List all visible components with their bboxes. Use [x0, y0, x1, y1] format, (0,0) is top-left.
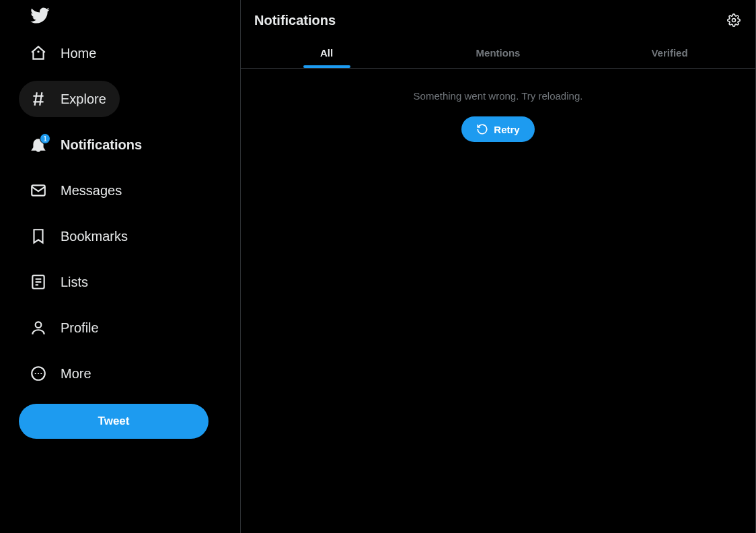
- notifications-icon: 1: [30, 136, 47, 153]
- sidebar-item-bookmarks[interactable]: Bookmarks: [19, 218, 141, 254]
- sidebar-item-lists[interactable]: Lists: [19, 264, 102, 300]
- sidebar-item-label: Home: [61, 46, 96, 61]
- sidebar-item-notifications[interactable]: 1Notifications: [19, 127, 155, 163]
- sidebar: HomeExplore1NotificationsMessagesBookmar…: [0, 0, 241, 533]
- main-content: Notifications AllMentionsVerified Someth…: [241, 0, 756, 533]
- sidebar-item-label: Bookmarks: [61, 229, 128, 244]
- bird-icon: [30, 5, 50, 26]
- svg-line-4: [40, 92, 42, 106]
- svg-point-14: [40, 373, 42, 374]
- lists-icon: [30, 273, 47, 291]
- page-header: Notifications: [241, 0, 755, 36]
- sidebar-item-explore[interactable]: Explore: [19, 81, 120, 117]
- svg-point-13: [38, 373, 39, 374]
- svg-point-10: [36, 322, 42, 328]
- svg-point-15: [732, 19, 736, 22]
- svg-line-3: [35, 92, 37, 106]
- retry-button[interactable]: Retry: [461, 116, 534, 142]
- svg-point-0: [37, 50, 39, 52]
- sidebar-item-label: Explore: [61, 92, 106, 107]
- content-area: Something went wrong. Try reloading. Ret…: [241, 69, 755, 142]
- sidebar-item-label: Notifications: [61, 137, 142, 153]
- page-title: Notifications: [254, 13, 336, 28]
- gear-icon: [727, 13, 741, 27]
- more-icon: [30, 365, 47, 382]
- tab-verified[interactable]: Verified: [584, 36, 755, 68]
- sidebar-item-label: Messages: [61, 183, 122, 199]
- profile-icon: [30, 319, 47, 336]
- bookmarks-icon: [30, 227, 47, 245]
- sidebar-item-label: More: [61, 366, 91, 382]
- tabs: AllMentionsVerified: [241, 36, 755, 69]
- tab-mentions[interactable]: Mentions: [412, 36, 584, 68]
- error-message: Something went wrong. Try reloading.: [414, 90, 583, 102]
- twitter-logo[interactable]: [19, 1, 232, 32]
- svg-point-12: [35, 373, 36, 374]
- sidebar-item-home[interactable]: Home: [19, 35, 110, 71]
- sidebar-item-more[interactable]: More: [19, 355, 105, 392]
- retry-label: Retry: [494, 124, 519, 135]
- sidebar-item-label: Profile: [61, 320, 99, 336]
- sidebar-item-label: Lists: [61, 275, 88, 290]
- home-icon: [30, 44, 47, 62]
- notification-badge: 1: [40, 133, 50, 144]
- sidebar-item-messages[interactable]: Messages: [19, 172, 135, 209]
- settings-button[interactable]: [723, 9, 745, 31]
- tweet-button[interactable]: Tweet: [19, 404, 209, 439]
- sidebar-item-profile[interactable]: Profile: [19, 310, 112, 346]
- tab-all[interactable]: All: [241, 36, 412, 68]
- messages-icon: [30, 182, 47, 199]
- explore-icon: [30, 90, 47, 108]
- reload-icon: [476, 123, 488, 135]
